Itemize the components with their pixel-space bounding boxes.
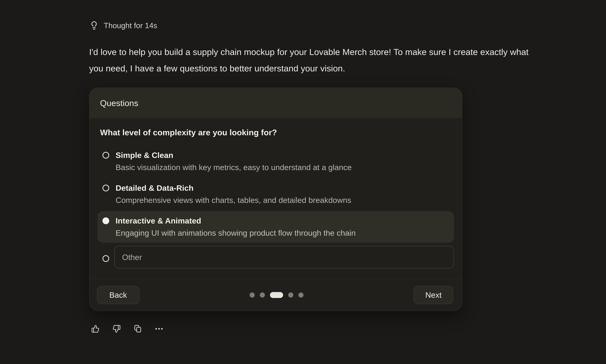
pagination-dot	[260, 292, 265, 298]
options-list: Simple & Clean Basic visualization with …	[97, 145, 454, 268]
more-options-button[interactable]	[155, 325, 163, 333]
option-text: Interactive & Animated Engaging UI with …	[116, 215, 356, 239]
thought-label: Thought for 14s	[104, 20, 157, 31]
option-description: Engaging UI with animations showing prod…	[116, 227, 356, 239]
option-text: Detailed & Data-Rich Comprehensive views…	[116, 182, 351, 206]
radio-unselected-icon[interactable]	[102, 152, 109, 159]
thumbs-up-button[interactable]	[91, 325, 99, 333]
back-button[interactable]: Back	[97, 286, 139, 304]
option-simple-clean[interactable]: Simple & Clean Basic visualization with …	[97, 145, 454, 177]
radio-selected-icon[interactable]	[102, 217, 109, 224]
radio-unselected-icon[interactable]	[102, 185, 109, 191]
assistant-message: I'd love to help you build a supply chai…	[89, 44, 535, 77]
option-text: Simple & Clean Basic visualization with …	[116, 149, 352, 173]
question-text: What level of complexity are you looking…	[100, 127, 454, 138]
pagination-dot-active	[270, 292, 283, 298]
option-title: Detailed & Data-Rich	[116, 182, 351, 194]
option-description: Comprehensive views with charts, tables,…	[116, 194, 351, 206]
card-body: What level of complexity are you looking…	[89, 118, 462, 279]
option-description: Basic visualization with key metrics, ea…	[116, 161, 352, 173]
other-input[interactable]	[114, 246, 454, 268]
copy-icon	[134, 325, 142, 333]
pagination-dot	[298, 292, 304, 298]
lightbulb-icon	[90, 21, 99, 30]
card-header: Questions	[89, 88, 462, 118]
questions-card: Questions What level of complexity are y…	[89, 88, 462, 311]
copy-button[interactable]	[134, 325, 142, 333]
card-title: Questions	[100, 98, 138, 108]
pagination-dot	[288, 292, 293, 298]
thumbs-up-icon	[91, 325, 99, 333]
option-interactive-animated[interactable]: Interactive & Animated Engaging UI with …	[97, 211, 454, 243]
option-title: Simple & Clean	[116, 149, 352, 161]
pagination-dot	[250, 292, 255, 298]
pagination-dots	[250, 292, 304, 298]
radio-unselected-icon[interactable]	[102, 255, 109, 262]
thumbs-down-button[interactable]	[112, 325, 121, 333]
option-other[interactable]	[97, 246, 454, 268]
card-footer: Back Next	[89, 279, 462, 311]
thumbs-down-icon	[112, 325, 121, 333]
option-detailed-data-rich[interactable]: Detailed & Data-Rich Comprehensive views…	[97, 178, 454, 210]
option-title: Interactive & Animated	[116, 215, 356, 227]
next-button[interactable]: Next	[414, 286, 453, 304]
thought-toggle[interactable]: Thought for 14s	[90, 20, 157, 31]
ellipsis-icon	[155, 325, 163, 333]
message-actions	[91, 325, 163, 333]
